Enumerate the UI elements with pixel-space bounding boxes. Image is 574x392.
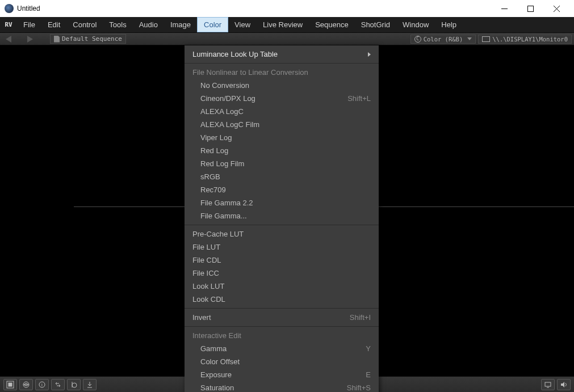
window-close-button[interactable] (543, 0, 569, 17)
svg-rect-16 (545, 382, 551, 386)
menu-item-label: Red Log Film (200, 159, 371, 168)
menu-item-alexa-logc-film[interactable]: ALEXA LogC Film (185, 118, 379, 131)
menu-item-invert[interactable]: InvertShift+I (185, 311, 379, 324)
window-minimize-button[interactable] (491, 0, 517, 17)
svg-marker-5 (27, 36, 33, 43)
menu-header-interactive-edit: Interactive Edit (185, 329, 379, 342)
menu-item-look-lut[interactable]: Look LUT (185, 280, 379, 293)
viewport[interactable]: Luminance Look Up TableFile Nonlinear to… (0, 45, 574, 376)
menu-item-cineon-dpx-log[interactable]: Cineon/DPX LogShift+L (185, 92, 379, 105)
menu-item-file-gamma[interactable]: File Gamma... (185, 209, 379, 222)
window-titlebar: Untitled (0, 0, 574, 17)
tool-btn-download[interactable] (83, 379, 97, 390)
submenu-arrow-icon (368, 52, 371, 57)
menu-item-label: Red Log (200, 146, 371, 155)
menu-item-label: File CDL (192, 256, 371, 264)
menu-live-review[interactable]: Live Review (257, 17, 309, 32)
display-dropdown[interactable]: \\.\DISPLAY1\Monitor0 (478, 35, 572, 44)
menu-item-label: Look CDL (192, 295, 371, 304)
menu-tools[interactable]: Tools (103, 17, 132, 32)
menu-shortcut: Shift+S (347, 383, 371, 392)
menu-item-file-cdl[interactable]: File CDL (185, 254, 379, 267)
menu-item-gamma[interactable]: GammaY (185, 342, 379, 355)
document-icon (54, 36, 60, 43)
color-icon: C (414, 36, 421, 43)
nav-back-button[interactable] (0, 33, 19, 45)
menu-separator (185, 63, 379, 64)
menu-item-red-log[interactable]: Red Log (185, 144, 379, 157)
window-title: Untitled (17, 5, 491, 12)
rv-logo: RV (0, 17, 17, 32)
menu-item-srgb[interactable]: sRGB (185, 170, 379, 183)
menu-sequence[interactable]: Sequence (309, 17, 355, 32)
nav-forward-button[interactable] (19, 33, 39, 45)
menu-item-label: Cineon/DPX Log (200, 94, 347, 103)
svg-marker-18 (561, 382, 564, 387)
tool-btn-monitor[interactable] (541, 379, 555, 390)
menu-item-no-conversion[interactable]: No Conversion (185, 79, 379, 92)
color-mode-label: Color (R&B) (424, 36, 463, 43)
menu-shortcut: Y (366, 344, 371, 353)
menu-item-file-lut[interactable]: File LUT (185, 241, 379, 254)
color-mode-dropdown[interactable]: C Color (R&B) (410, 35, 476, 44)
chevron-down-icon (467, 37, 472, 40)
menu-item-label: Rec709 (200, 186, 371, 194)
menu-color[interactable]: Color (197, 17, 228, 32)
menu-item-file-icc[interactable]: File ICC (185, 267, 379, 280)
tool-btn-1[interactable] (3, 379, 17, 390)
menu-item-label: ALEXA LogC Film (200, 120, 371, 129)
menu-window[interactable]: Window (396, 17, 435, 32)
svg-marker-4 (6, 36, 11, 43)
menu-item-label: Color Offset (200, 357, 371, 366)
sequence-label: Default Sequence (62, 35, 122, 43)
menu-item-saturation[interactable]: SaturationShift+S (185, 381, 379, 392)
menu-item-viper-log[interactable]: Viper Log (185, 131, 379, 144)
menu-item-exposure[interactable]: ExposureE (185, 368, 379, 381)
menu-item-luminance-look-up-table[interactable]: Luminance Look Up Table (185, 48, 379, 61)
menu-item-label: Viper Log (200, 133, 371, 142)
menu-shotgrid[interactable]: ShotGrid (355, 17, 396, 32)
menubar: RV FileEditControlToolsAudioImageColorVi… (0, 17, 574, 33)
menu-item-pre-cache-lut[interactable]: Pre-Cache LUT (185, 227, 379, 241)
menu-header-file-nonlinear-to-linear-conversion: File Nonlinear to Linear Conversion (185, 66, 379, 79)
menu-item-label: File LUT (192, 243, 371, 251)
menu-help[interactable]: Help (435, 17, 463, 32)
menu-control[interactable]: Control (66, 17, 103, 32)
window-maximize-button[interactable] (517, 0, 543, 17)
toolbar: Default Sequence C Color (R&B) \\.\DISPL… (0, 33, 574, 45)
menu-audio[interactable]: Audio (133, 17, 164, 32)
display-label: \\.\DISPLAY1\Monitor0 (492, 36, 568, 43)
menu-item-label: Gamma (200, 344, 366, 353)
menu-item-alexa-logc[interactable]: ALEXA LogC (185, 105, 379, 118)
tool-btn-2[interactable] (19, 379, 33, 390)
menu-item-label: ALEXA LogC (200, 107, 371, 116)
menu-item-label: No Conversion (200, 81, 371, 90)
menu-shortcut: Shift+L (347, 94, 371, 103)
sequence-chip[interactable]: Default Sequence (50, 34, 126, 44)
color-menu-dropdown: Luminance Look Up TableFile Nonlinear to… (185, 45, 379, 392)
tool-btn-swap[interactable] (51, 379, 65, 390)
menu-item-color-offset[interactable]: Color Offset (185, 355, 379, 368)
menu-item-label: Invert (192, 313, 350, 322)
menu-item-label: Saturation (200, 383, 347, 392)
svg-point-12 (72, 383, 77, 387)
svg-text:i: i (41, 382, 43, 387)
menu-item-red-log-film[interactable]: Red Log Film (185, 157, 379, 170)
menu-item-label: File Nonlinear to Linear Conversion (192, 68, 371, 77)
menu-file[interactable]: File (17, 17, 41, 32)
menu-item-label: sRGB (200, 172, 371, 181)
tool-btn-volume[interactable] (557, 379, 571, 390)
tool-btn-info[interactable]: i (35, 379, 49, 390)
menu-edit[interactable]: Edit (41, 17, 66, 32)
menu-image[interactable]: Image (164, 17, 197, 32)
menu-separator (185, 308, 379, 309)
menu-item-file-gamma-2-2[interactable]: File Gamma 2.2 (185, 196, 379, 209)
menu-item-look-cdl[interactable]: Look CDL (185, 293, 379, 306)
svg-rect-7 (9, 383, 12, 386)
menu-view[interactable]: View (228, 17, 257, 32)
monitor-icon (482, 36, 490, 42)
menu-item-label: Pre-Cache LUT (192, 230, 371, 238)
tool-btn-io[interactable] (67, 379, 81, 390)
menu-shortcut: E (366, 370, 371, 379)
menu-item-rec709[interactable]: Rec709 (185, 183, 379, 196)
